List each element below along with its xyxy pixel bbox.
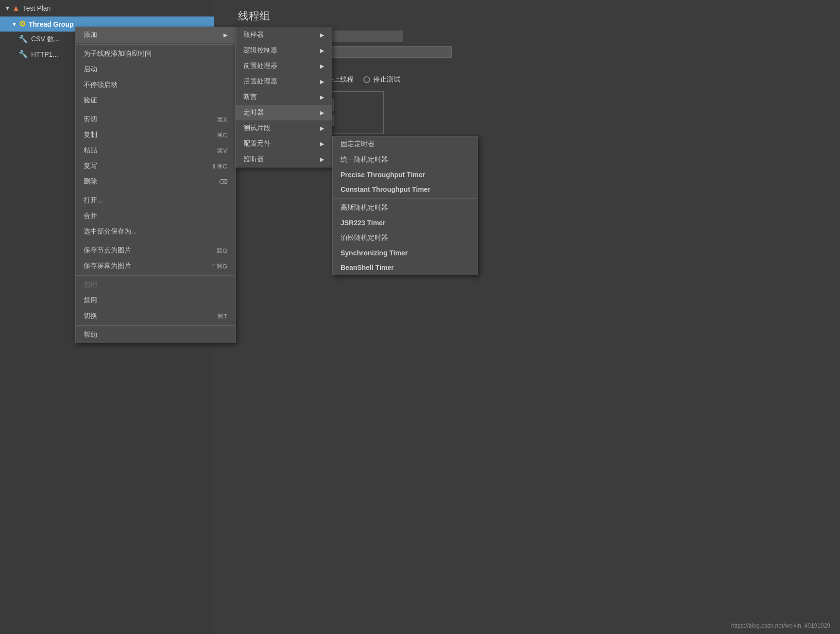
shortcut-duplicate: ⇧⌘C [211,163,227,170]
submenu-arrow-icon: ▶ [320,48,324,54]
menu-item-copy[interactable]: 复制 ⌘C [76,127,235,143]
radio-stop-test[interactable]: 停止测试 [363,75,400,84]
submenu-add: 取样器 ▶ 逻辑控制器 ▶ 前置处理器 ▶ 后置处理器 ▶ 断言 ▶ 定时器 ▶… [235,27,332,167]
thread-group-icon: ⚙ [19,19,26,29]
submenu-item-config-element[interactable]: 配置元件 ▶ [236,136,332,151]
menu-item-start-no-pause[interactable]: 不停顿启动 [76,77,235,93]
timer-gaussian-random[interactable]: 高斯随机定时器 [333,200,478,216]
separator [76,44,235,45]
submenu-item-sampler[interactable]: 取样器 ▶ [236,27,332,43]
menu-item-merge-label: 合并 [84,212,97,220]
arrow-icon: ▼ [12,21,17,27]
menu-item-validate-label: 验证 [84,96,97,105]
timer-constant-throughput[interactable]: Constant Throughput Timer [333,182,478,197]
menu-item-save-node-img[interactable]: 保存节点为图片 ⌘G [76,243,235,258]
timer-precise-throughput[interactable]: Precise Throughput Timer [333,167,478,182]
separator [76,191,235,191]
menu-item-save-screen-img[interactable]: 保存屏幕为图片 ⇧⌘G [76,258,235,274]
menu-item-start[interactable]: 启动 [76,62,235,77]
timer-synchronizing-label: Synchronizing Timer [341,249,408,257]
separator [76,241,235,241]
menu-item-open[interactable]: 打开... [76,193,235,208]
separator [333,198,478,199]
http-icon: 🔧 [18,50,28,59]
timer-gaussian-random-label: 高斯随机定时器 [341,203,388,212]
submenu-item-post-processor[interactable]: 后置处理器 ▶ [236,74,332,89]
timer-poisson-random[interactable]: 泊松随机定时器 [333,230,478,246]
menu-item-toggle[interactable]: 切换 ⌘T [76,308,235,324]
menu-item-disable-label: 禁用 [84,296,97,305]
menu-item-help[interactable]: 帮助 [76,327,235,343]
menu-item-duplicate[interactable]: 复写 ⇧⌘C [76,158,235,174]
arrow-icon: ▼ [5,5,10,11]
submenu-arrow-icon: ▶ [320,94,324,100]
menu-item-delete-label: 删除 [84,177,97,186]
shortcut-save-node: ⌘G [216,247,227,254]
assertion-label: 断言 [243,93,257,101]
separator [76,325,235,326]
timer-beanshell[interactable]: BeanShell Timer [333,260,478,275]
submenu-item-pre-processor[interactable]: 前置处理器 ▶ [236,58,332,74]
submenu-arrow-icon: ▶ [320,32,324,38]
shortcut-toggle: ⌘T [217,313,227,320]
separator [76,275,235,276]
test-plan-label: Test Plan [23,4,51,12]
submenu-arrow-icon: ▶ [320,79,324,85]
shortcut-cut: ⌘X [217,116,227,123]
menu-item-add[interactable]: 添加 ▶ [76,27,235,43]
pre-processor-label: 前置处理器 [243,62,277,70]
timer-fixed-label: 固定定时器 [341,140,375,149]
shortcut-copy: ⌘C [217,132,227,139]
menu-item-add-think-time-label: 为子线程添加响应时间 [84,50,152,58]
timer-uniform-random[interactable]: 统一随机定时器 [333,152,478,167]
shortcut-delete: ⌫ [219,178,227,185]
menu-item-open-label: 打开... [84,196,103,205]
menu-item-cut[interactable]: 剪切 ⌘X [76,112,235,127]
submenu-item-timer[interactable]: 定时器 ▶ [236,105,332,120]
submenu-item-logic-controller[interactable]: 逻辑控制器 ▶ [236,43,332,58]
timer-jsr223[interactable]: JSR223 Timer [333,216,478,230]
menu-item-merge[interactable]: 合并 [76,208,235,224]
panel-title: 线程组 [238,9,830,23]
test-plan-icon: ▲ [12,4,20,13]
csv-icon: 🔧 [18,34,28,44]
submenu-arrow-icon: ▶ [320,63,324,69]
timer-constant-throughput-label: Constant Throughput Timer [341,185,430,193]
menu-item-delete[interactable]: 删除 ⌫ [76,174,235,189]
menu-item-toggle-label: 切换 [84,312,97,320]
menu-item-validate[interactable]: 验证 [76,93,235,108]
submenu-arrow-icon: ▶ [223,32,227,38]
radio-stop-test-label: 停止测试 [373,75,400,84]
timer-poisson-random-label: 泊松随机定时器 [341,234,388,242]
timer-synchronizing[interactable]: Synchronizing Timer [333,246,478,260]
submenu-arrow-icon: ▶ [320,110,324,116]
radio-circle-icon [363,76,370,83]
tree-item-test-plan[interactable]: ▼ ▲ Test Plan [0,0,214,17]
menu-item-help-label: 帮助 [84,331,97,339]
csv-label: CSV 数... [31,35,59,44]
timer-precise-throughput-label: Precise Throughput Timer [341,171,425,179]
timer-label: 定时器 [243,108,264,117]
sampler-label: 取样器 [243,31,264,39]
http-label: HTTP1... [31,50,58,58]
submenu-item-listener[interactable]: 监听器 ▶ [236,151,332,167]
shortcut-paste: ⌘V [217,147,227,154]
menu-item-disable[interactable]: 禁用 [76,293,235,308]
submenu-arrow-icon: ▶ [320,141,324,147]
separator [76,110,235,110]
menu-item-add-think-time[interactable]: 为子线程添加响应时间 [76,46,235,62]
timer-fixed[interactable]: 固定定时器 [333,136,478,152]
thread-group-label: Thread Group [29,20,74,28]
menu-item-copy-label: 复制 [84,131,97,139]
submenu-item-assertion[interactable]: 断言 ▶ [236,89,332,105]
menu-item-add-label: 添加 [84,31,97,39]
post-processor-label: 后置处理器 [243,77,277,86]
menu-item-paste[interactable]: 粘贴 ⌘V [76,143,235,158]
context-menu: 添加 ▶ 为子线程添加响应时间 启动 不停顿启动 验证 剪切 ⌘X 复制 ⌘C … [75,27,236,343]
menu-item-save-partial[interactable]: 选中部分保存为... [76,224,235,239]
logic-controller-label: 逻辑控制器 [243,46,277,55]
submenu-item-test-fragment[interactable]: 测试片段 ▶ [236,120,332,136]
timer-beanshell-label: BeanShell Timer [341,264,394,271]
menu-item-enable[interactable]: 启用 [76,277,235,293]
watermark: https://blog.csdn.net/weixin_49191929 [731,622,830,629]
